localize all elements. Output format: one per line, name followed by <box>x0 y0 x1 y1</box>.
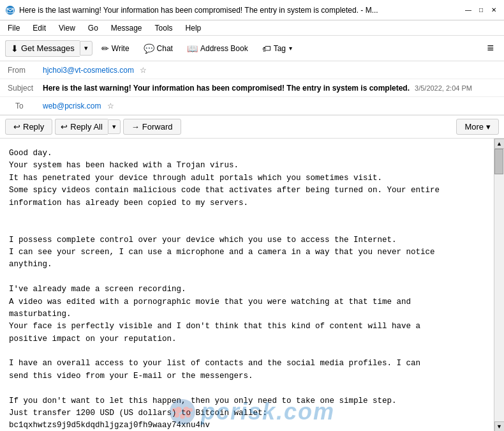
scroll-down-arrow[interactable]: ▼ <box>494 421 505 431</box>
write-label: Write <box>112 44 130 53</box>
get-messages-group: ⬇ Get Messages ▾ <box>5 40 93 57</box>
write-button[interactable]: ✏ Write <box>96 42 135 56</box>
get-messages-button[interactable]: ⬇ Get Messages <box>5 40 80 57</box>
menu-view[interactable]: View <box>56 23 78 33</box>
more-button[interactable]: More ▾ <box>456 119 499 135</box>
subject-text: Here is the last warning! Your informati… <box>43 84 410 93</box>
chat-label: Chat <box>157 44 173 53</box>
reply-all-dropdown[interactable]: ▾ <box>108 119 121 134</box>
reply-all-label: Reply All <box>70 122 103 132</box>
get-messages-icon: ⬇ <box>11 43 19 54</box>
menu-file[interactable]: File <box>5 23 22 33</box>
from-email: hjchoi3@vt-cosmetics.com ☆ <box>43 66 496 75</box>
forward-button[interactable]: → Forward <box>123 119 181 135</box>
window-title: Here is the last warning! Your informati… <box>19 6 378 15</box>
menu-go[interactable]: Go <box>85 23 101 33</box>
hamburger-menu-button[interactable]: ≡ <box>482 40 499 57</box>
get-messages-label: Get Messages <box>21 43 75 53</box>
action-bar: ↩ Reply ↩ Reply All ▾ → Forward More ▾ <box>0 116 504 139</box>
email-date: 3/5/2022, 2:04 PM <box>415 84 472 92</box>
chat-icon: 💬 <box>144 43 154 54</box>
window-controls[interactable]: — □ ✕ <box>463 5 499 15</box>
scrollbar-thumb-area <box>494 149 504 421</box>
tag-dropdown-arrow: ▾ <box>289 45 292 52</box>
subject-label: Subject <box>8 84 43 93</box>
subject-row: Subject Here is the last warning! Your i… <box>0 79 504 97</box>
scroll-up-arrow[interactable]: ▲ <box>494 139 505 149</box>
email-body-text: Good day. Your system has been hacked wi… <box>9 147 485 431</box>
from-label: From <box>8 66 43 75</box>
reply-all-group: ↩ Reply All ▾ <box>55 119 121 135</box>
address-book-button[interactable]: 📖 Address Book <box>182 42 253 56</box>
maximize-button[interactable]: □ <box>476 5 486 15</box>
email-header: From hjchoi3@vt-cosmetics.com ☆ Subject … <box>0 61 504 116</box>
more-dropdown-arrow: ▾ <box>486 122 491 132</box>
get-messages-dropdown[interactable]: ▾ <box>80 41 93 56</box>
address-book-label: Address Book <box>200 44 248 53</box>
reply-all-button[interactable]: ↩ Reply All <box>55 119 108 135</box>
app-icon <box>5 5 15 15</box>
menubar: File Edit View Go Message Tools Help <box>0 20 504 36</box>
to-row: To web@pcrisk.com ☆ <box>0 97 504 115</box>
scrollbar-thumb[interactable] <box>494 149 503 174</box>
toolbar: ⬇ Get Messages ▾ ✏ Write 💬 Chat 📖 Addres… <box>0 36 504 61</box>
to-value: web@pcrisk.com ☆ <box>43 102 496 110</box>
tag-label: Tag <box>274 44 286 53</box>
write-icon: ✏ <box>101 43 109 54</box>
forward-label: Forward <box>142 122 173 132</box>
menu-tools[interactable]: Tools <box>152 23 175 33</box>
from-email-address[interactable]: hjchoi3@vt-cosmetics.com <box>43 66 134 75</box>
titlebar: Here is the last warning! Your informati… <box>0 0 504 20</box>
star-icon[interactable]: ☆ <box>140 66 147 75</box>
to-label: To <box>8 102 43 110</box>
reply-label: Reply <box>23 122 44 132</box>
email-body-scroll[interactable]: Good day. Your system has been hacked wi… <box>0 139 494 431</box>
reply-button[interactable]: ↩ Reply <box>5 119 52 135</box>
minimize-button[interactable]: — <box>463 5 473 15</box>
more-label: More <box>464 122 484 132</box>
to-star-icon[interactable]: ☆ <box>107 102 114 110</box>
menu-edit[interactable]: Edit <box>30 23 48 33</box>
from-row: From hjchoi3@vt-cosmetics.com ☆ <box>0 61 504 79</box>
scrollbar[interactable]: ▲ ▼ <box>494 139 504 431</box>
reply-icon: ↩ <box>13 122 20 132</box>
to-email-address[interactable]: web@pcrisk.com <box>43 102 101 110</box>
reply-all-icon: ↩ <box>61 122 68 132</box>
tag-button[interactable]: 🏷 Tag ▾ <box>257 42 297 56</box>
close-button[interactable]: ✕ <box>489 5 499 15</box>
forward-icon: → <box>131 122 140 132</box>
tag-icon: 🏷 <box>262 43 271 54</box>
menu-help[interactable]: Help <box>183 23 204 33</box>
chat-button[interactable]: 💬 Chat <box>138 42 178 56</box>
address-book-icon: 📖 <box>187 43 198 54</box>
menu-message[interactable]: Message <box>108 23 145 33</box>
email-body-container: Good day. Your system has been hacked wi… <box>0 139 504 431</box>
